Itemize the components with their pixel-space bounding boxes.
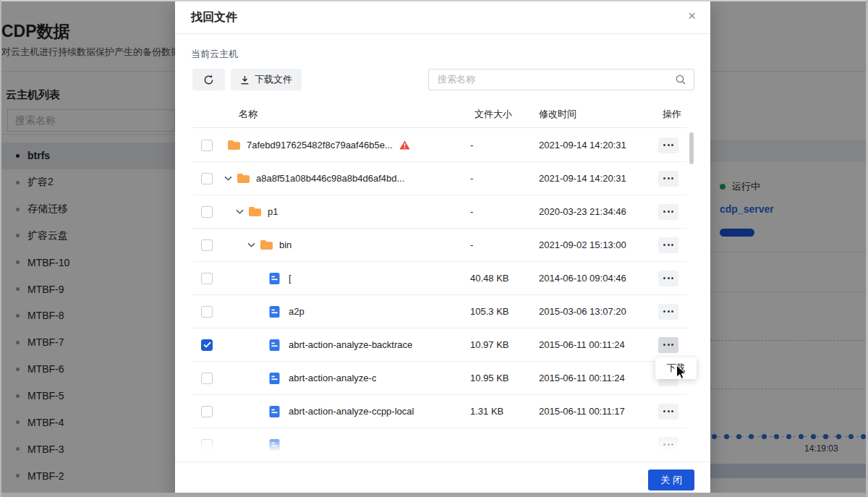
- row-checkbox[interactable]: [201, 239, 213, 251]
- retrieve-files-modal: 找回文件 × 当前云主机 下载文件 搜索名称 名称 文件大小 修改时间: [175, 0, 710, 497]
- name-cell: 7afebd917625482f8c79aaf46b5e...: [221, 140, 470, 150]
- file-name: [: [289, 273, 292, 284]
- table-scrollbar-thumb[interactable]: [689, 132, 694, 164]
- name-cell: [: [221, 273, 470, 284]
- table-header-row: 名称 文件大小 修改时间 操作: [192, 101, 687, 128]
- close-icon[interactable]: ×: [686, 7, 697, 24]
- row-more-actions-button[interactable]: [658, 437, 678, 453]
- mouse-cursor: [676, 365, 686, 383]
- file-size: -: [470, 239, 539, 250]
- modal-footer: 关闭: [175, 462, 710, 497]
- modified-time: 2015-06-11 00:11:24: [539, 373, 656, 383]
- row-checkbox[interactable]: [201, 273, 213, 284]
- folder-icon: [227, 140, 241, 150]
- row-checkbox[interactable]: [201, 206, 213, 218]
- row-more-actions-button[interactable]: [658, 171, 678, 187]
- row-checkbox[interactable]: [201, 406, 213, 417]
- tree-indent: [221, 411, 269, 412]
- column-header-mtime: 修改时间: [539, 108, 656, 121]
- close-button[interactable]: 关闭: [648, 470, 694, 490]
- tree-indent: [221, 444, 269, 445]
- row-checkbox[interactable]: [201, 140, 213, 151]
- chevron-down-icon[interactable]: [236, 209, 246, 214]
- row-more-actions-button[interactable]: [658, 137, 678, 153]
- file-size: 40.48 KB: [470, 273, 539, 284]
- name-cell: a2p: [221, 306, 470, 318]
- table-row[interactable]: a2p105.3 KB2015-03-06 13:07:20: [192, 295, 687, 328]
- operation-cell: [656, 204, 687, 220]
- modified-time: 2021-09-02 15:13:00: [539, 239, 656, 250]
- row-more-actions-button[interactable]: [658, 337, 678, 353]
- operation-cell: [656, 137, 687, 153]
- file-name: a2p: [289, 306, 305, 317]
- refresh-button[interactable]: [192, 69, 225, 90]
- name-cell: a8a8f51a08b446c98a8b4d6af4bd...: [221, 173, 470, 184]
- row-checkbox[interactable]: [201, 373, 213, 384]
- file-icon: [269, 339, 283, 351]
- table-row[interactable]: abrt-action-analyze-c10.95 KB2015-06-11 …: [192, 362, 687, 395]
- modified-time: 2015-06-11 00:11:17: [539, 406, 656, 417]
- table-row[interactable]: abrt-action-analyze-backtrace10.97 KB201…: [192, 328, 687, 362]
- row-more-actions-button[interactable]: [658, 204, 678, 220]
- chevron-down-icon[interactable]: [247, 242, 258, 247]
- name-cell: abrt-action-analyze-backtrace: [221, 339, 470, 351]
- file-icon: [269, 439, 283, 451]
- file-size: -: [470, 206, 539, 217]
- file-name: a8a8f51a08b446c98a8b4d6af4bd...: [256, 173, 404, 184]
- row-more-actions-button[interactable]: [658, 237, 678, 253]
- file-icon: [269, 306, 283, 318]
- window-edge-bottom: [0, 493, 868, 497]
- chevron-down-icon[interactable]: [224, 176, 234, 181]
- table-row[interactable]: [192, 428, 687, 454]
- name-cell: [221, 439, 470, 451]
- row-more-actions-button[interactable]: [658, 404, 678, 420]
- tree-indent: [221, 311, 269, 312]
- modified-time: 2021-09-14 14:20:31: [539, 173, 656, 184]
- row-more-actions-button[interactable]: [658, 271, 678, 286]
- name-cell: p1: [221, 206, 470, 217]
- download-files-button[interactable]: 下载文件: [231, 69, 302, 90]
- column-header-size: 文件大小: [470, 108, 539, 121]
- file-name: abrt-action-analyze-c: [289, 373, 376, 383]
- operation-cell: [656, 171, 687, 187]
- folder-icon: [260, 239, 273, 250]
- screen: CDP数据 对云主机进行持续数据保护产生的备份数据，存放 云主机列表 搜索名称 …: [0, 0, 868, 497]
- table-row[interactable]: p1-2020-03-23 21:34:46: [192, 195, 687, 229]
- name-cell: abrt-action-analyze-ccpp-local: [221, 406, 470, 417]
- table-row[interactable]: a8a8f51a08b446c98a8b4d6af4bd...-2021-09-…: [192, 162, 687, 195]
- tree-indent: [221, 378, 269, 378]
- file-size: 1.31 KB: [470, 406, 539, 417]
- row-more-actions-button[interactable]: [658, 304, 678, 320]
- row-checkbox[interactable]: [201, 173, 213, 184]
- warning-icon: [399, 140, 410, 150]
- row-checkbox[interactable]: [201, 339, 213, 351]
- row-checkbox[interactable]: [201, 306, 213, 318]
- table-row[interactable]: 7afebd917625482f8c79aaf46b5e...-2021-09-…: [192, 129, 687, 162]
- file-search-input[interactable]: 搜索名称: [428, 69, 694, 90]
- name-cell: bin: [221, 239, 470, 250]
- window-edge-top: [0, 0, 868, 1]
- row-checkbox[interactable]: [201, 439, 213, 451]
- file-icon: [269, 406, 283, 417]
- file-name: abrt-action-analyze-ccpp-local: [289, 406, 414, 417]
- operation-cell: [656, 271, 687, 286]
- file-name: bin: [279, 239, 292, 250]
- refresh-icon: [203, 75, 214, 85]
- file-size: 10.97 KB: [470, 339, 539, 350]
- file-icon: [269, 373, 283, 384]
- modified-time: 2015-03-06 13:07:20: [539, 306, 656, 317]
- tree-indent: [221, 278, 269, 279]
- table-row[interactable]: bin-2021-09-02 15:13:00: [192, 229, 687, 262]
- file-name: abrt-action-analyze-backtrace: [289, 339, 412, 350]
- window-edge-left: [0, 0, 1, 497]
- search-icon[interactable]: [676, 75, 686, 85]
- file-name: 7afebd917625482f8c79aaf46b5e...: [247, 140, 393, 150]
- file-icon: [269, 273, 283, 284]
- table-row[interactable]: [40.48 KB2014-06-10 09:04:46: [192, 262, 687, 295]
- column-header-operation: 操作: [656, 108, 687, 121]
- file-size: 105.3 KB: [470, 306, 539, 317]
- operation-cell: [656, 404, 687, 420]
- table-row[interactable]: abrt-action-analyze-ccpp-local1.31 KB201…: [192, 395, 687, 428]
- download-icon: [240, 75, 250, 85]
- current-host-label: 当前云主机: [191, 48, 238, 61]
